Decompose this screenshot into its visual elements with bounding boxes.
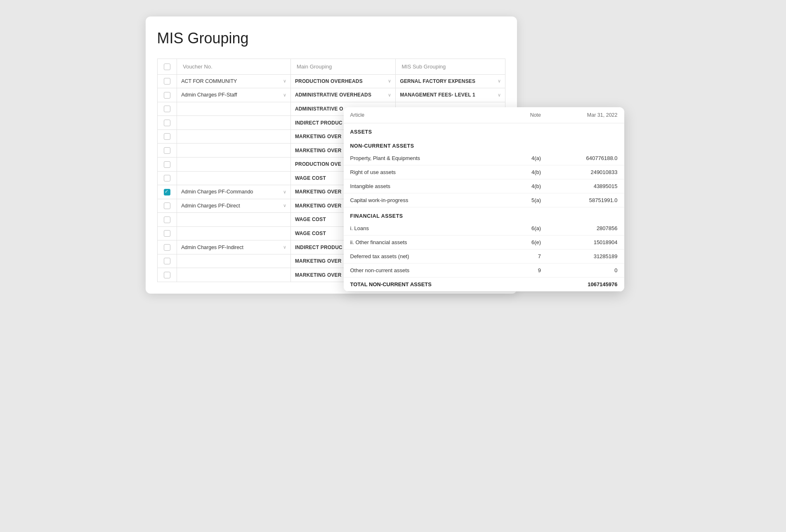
row-voucher[interactable]: [177, 129, 291, 144]
row-checkbox-cell: [157, 226, 177, 240]
header-main-grouping: Main Grouping: [290, 59, 395, 75]
row-voucher[interactable]: Admin Charges PF-Indirect∨: [177, 240, 291, 254]
fin-header-note: Note: [506, 107, 548, 123]
header-voucher-no: Voucher No.: [177, 59, 291, 75]
fin-row-note: 4(a): [506, 151, 548, 165]
row-sub-grouping[interactable]: MANAGEMENT FEES- LEVEL 1∨: [396, 88, 505, 102]
fin-data-row: i. Loans6(a)2807856: [344, 221, 624, 235]
header-mis-sub-grouping: MIS Sub Grouping: [396, 59, 505, 75]
fin-row-value: 31285189: [548, 250, 624, 264]
row-voucher[interactable]: [177, 226, 291, 240]
fin-row-article: Right of use assets: [344, 165, 506, 179]
row-voucher[interactable]: Admin Charges PF-Commando∨: [177, 185, 291, 199]
row-checkbox-cell: [157, 157, 177, 171]
row-checkbox[interactable]: [164, 78, 170, 85]
row-voucher[interactable]: [177, 268, 291, 282]
fin-subsection-label: NON-CURRENT ASSETS: [344, 137, 624, 151]
row-checkbox[interactable]: [164, 161, 170, 168]
row-checkbox-cell: [157, 144, 177, 158]
row-checkbox[interactable]: [164, 147, 170, 154]
row-voucher[interactable]: [177, 171, 291, 185]
header-checkbox[interactable]: [164, 64, 170, 70]
row-voucher[interactable]: [177, 254, 291, 268]
fin-section-header: ASSETS: [344, 123, 624, 138]
row-checkbox[interactable]: [164, 244, 170, 251]
page-title: MIS Grouping: [157, 30, 505, 47]
row-checkbox[interactable]: [164, 272, 170, 278]
fin-total-value: 1067145976: [548, 278, 624, 292]
fin-row-value: 43895015: [548, 179, 624, 193]
fin-row-article: Property, Plant & Equipments: [344, 151, 506, 165]
row-voucher[interactable]: [177, 144, 291, 158]
fin-row-note: 9: [506, 264, 548, 278]
fin-total-note: [506, 278, 548, 292]
row-checkbox[interactable]: [164, 120, 170, 126]
row-checkbox[interactable]: [164, 189, 170, 195]
row-checkbox-cell: [157, 199, 177, 213]
row-voucher[interactable]: [177, 213, 291, 227]
fin-data-row: ii. Other financial assets6(e)15018904: [344, 235, 624, 250]
row-voucher[interactable]: [177, 102, 291, 116]
fin-data-row: Other non-current assets90: [344, 264, 624, 278]
header-checkbox-cell: [157, 59, 177, 75]
row-voucher[interactable]: [177, 157, 291, 171]
row-checkbox-cell: [157, 268, 177, 282]
row-voucher[interactable]: ACT FOR COMMUNITY∨: [177, 74, 291, 88]
fin-row-value: 0: [548, 264, 624, 278]
row-checkbox[interactable]: [164, 230, 170, 237]
row-checkbox-cell: [157, 254, 177, 268]
fin-data-row: Capital work-in-progress5(a)58751991.0: [344, 193, 624, 207]
row-checkbox-cell: [157, 213, 177, 227]
chevron-down-icon: ∨: [283, 78, 286, 84]
fin-row-note: 4(b): [506, 165, 548, 179]
row-voucher[interactable]: [177, 116, 291, 130]
row-main-grouping[interactable]: PRODUCTION OVERHEADS∨: [290, 74, 395, 88]
fin-row-value: 640776188.0: [548, 151, 624, 165]
row-checkbox-cell: [157, 129, 177, 144]
row-main-grouping[interactable]: ADMINISTRATIVE OVERHEADS∨: [290, 88, 395, 102]
financial-report-card: Article Note Mar 31, 2022 ASSETSNON-CURR…: [344, 107, 624, 292]
table-row: ACT FOR COMMUNITY∨PRODUCTION OVERHEADS∨G…: [157, 74, 505, 88]
fin-total-row: TOTAL NON-CURRENT ASSETS1067145976: [344, 278, 624, 292]
row-checkbox[interactable]: [164, 217, 170, 223]
fin-row-article: ii. Other financial assets: [344, 235, 506, 250]
fin-row-note: 6(a): [506, 221, 548, 235]
chevron-down-icon: ∨: [283, 203, 286, 208]
row-checkbox[interactable]: [164, 258, 170, 264]
fin-row-value: 2807856: [548, 221, 624, 235]
row-sub-grouping[interactable]: GERNAL FACTORY EXPENSES∨: [396, 74, 505, 88]
fin-table: Article Note Mar 31, 2022 ASSETSNON-CURR…: [344, 107, 624, 292]
fin-row-value: 15018904: [548, 235, 624, 250]
fin-section-label: ASSETS: [344, 123, 624, 138]
fin-row-note: 7: [506, 250, 548, 264]
fin-row-note: 4(b): [506, 179, 548, 193]
fin-total-label: TOTAL NON-CURRENT ASSETS: [344, 278, 506, 292]
fin-header-date: Mar 31, 2022: [548, 107, 624, 123]
chevron-down-icon: ∨: [498, 78, 501, 84]
fin-row-note: 6(e): [506, 235, 548, 250]
row-voucher[interactable]: Admin Charges PF-Direct∨: [177, 199, 291, 213]
row-checkbox-cell: [157, 116, 177, 130]
row-checkbox[interactable]: [164, 133, 170, 140]
fin-header-article: Article: [344, 107, 506, 123]
chevron-down-icon: ∨: [283, 92, 286, 98]
fin-subsection-label: FINANCIAL ASSETS: [344, 207, 624, 222]
row-voucher[interactable]: Admin Charges PF-Staff∨: [177, 88, 291, 102]
row-checkbox-cell: [157, 185, 177, 199]
chevron-down-icon: ∨: [283, 189, 286, 195]
fin-row-value: 58751991.0: [548, 193, 624, 207]
chevron-down-icon: ∨: [388, 92, 391, 98]
fin-row-article: i. Loans: [344, 221, 506, 235]
fin-data-row: Property, Plant & Equipments4(a)64077618…: [344, 151, 624, 165]
row-checkbox-cell: [157, 171, 177, 185]
row-checkbox[interactable]: [164, 92, 170, 99]
row-checkbox[interactable]: [164, 175, 170, 181]
fin-row-article: Deferred tax assets (net): [344, 250, 506, 264]
fin-row-value: 249010833: [548, 165, 624, 179]
row-checkbox[interactable]: [164, 202, 170, 209]
fin-data-row: Deferred tax assets (net)731285189: [344, 250, 624, 264]
row-checkbox[interactable]: [164, 106, 170, 112]
fin-subsection-header: FINANCIAL ASSETS: [344, 207, 624, 222]
fin-data-row: Right of use assets4(b)249010833: [344, 165, 624, 179]
fin-subsection-header: NON-CURRENT ASSETS: [344, 137, 624, 151]
